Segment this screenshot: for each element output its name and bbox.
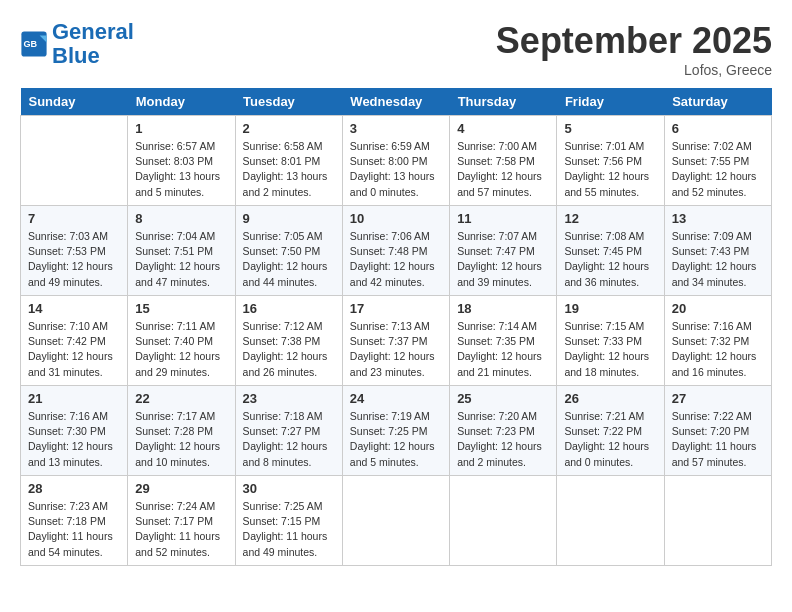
day-number: 22	[135, 391, 227, 406]
day-number: 20	[672, 301, 764, 316]
logo-icon: GB	[20, 30, 48, 58]
calendar-cell: 28Sunrise: 7:23 AMSunset: 7:18 PMDayligh…	[21, 476, 128, 566]
calendar-cell: 16Sunrise: 7:12 AMSunset: 7:38 PMDayligh…	[235, 296, 342, 386]
calendar-cell: 3Sunrise: 6:59 AMSunset: 8:00 PMDaylight…	[342, 116, 449, 206]
day-info: Sunrise: 7:22 AMSunset: 7:20 PMDaylight:…	[672, 409, 764, 470]
calendar-cell: 19Sunrise: 7:15 AMSunset: 7:33 PMDayligh…	[557, 296, 664, 386]
day-info: Sunrise: 7:11 AMSunset: 7:40 PMDaylight:…	[135, 319, 227, 380]
day-number: 21	[28, 391, 120, 406]
day-info: Sunrise: 7:25 AMSunset: 7:15 PMDaylight:…	[243, 499, 335, 560]
col-tuesday: Tuesday	[235, 88, 342, 116]
day-number: 11	[457, 211, 549, 226]
calendar-cell: 30Sunrise: 7:25 AMSunset: 7:15 PMDayligh…	[235, 476, 342, 566]
day-info: Sunrise: 6:57 AMSunset: 8:03 PMDaylight:…	[135, 139, 227, 200]
calendar-week-1: 1Sunrise: 6:57 AMSunset: 8:03 PMDaylight…	[21, 116, 772, 206]
day-number: 29	[135, 481, 227, 496]
calendar-cell: 13Sunrise: 7:09 AMSunset: 7:43 PMDayligh…	[664, 206, 771, 296]
day-number: 15	[135, 301, 227, 316]
day-number: 26	[564, 391, 656, 406]
calendar-cell	[557, 476, 664, 566]
calendar-week-2: 7Sunrise: 7:03 AMSunset: 7:53 PMDaylight…	[21, 206, 772, 296]
calendar-week-5: 28Sunrise: 7:23 AMSunset: 7:18 PMDayligh…	[21, 476, 772, 566]
calendar-cell: 11Sunrise: 7:07 AMSunset: 7:47 PMDayligh…	[450, 206, 557, 296]
day-info: Sunrise: 7:18 AMSunset: 7:27 PMDaylight:…	[243, 409, 335, 470]
day-info: Sunrise: 7:19 AMSunset: 7:25 PMDaylight:…	[350, 409, 442, 470]
day-number: 14	[28, 301, 120, 316]
day-info: Sunrise: 7:12 AMSunset: 7:38 PMDaylight:…	[243, 319, 335, 380]
day-number: 3	[350, 121, 442, 136]
calendar-cell: 12Sunrise: 7:08 AMSunset: 7:45 PMDayligh…	[557, 206, 664, 296]
calendar-cell: 9Sunrise: 7:05 AMSunset: 7:50 PMDaylight…	[235, 206, 342, 296]
day-info: Sunrise: 7:20 AMSunset: 7:23 PMDaylight:…	[457, 409, 549, 470]
day-number: 12	[564, 211, 656, 226]
day-number: 9	[243, 211, 335, 226]
day-number: 17	[350, 301, 442, 316]
day-info: Sunrise: 7:13 AMSunset: 7:37 PMDaylight:…	[350, 319, 442, 380]
day-info: Sunrise: 7:01 AMSunset: 7:56 PMDaylight:…	[564, 139, 656, 200]
calendar-cell: 14Sunrise: 7:10 AMSunset: 7:42 PMDayligh…	[21, 296, 128, 386]
day-number: 8	[135, 211, 227, 226]
day-number: 16	[243, 301, 335, 316]
page-header: GB General Blue September 2025 Lofos, Gr…	[20, 20, 772, 78]
calendar-cell	[21, 116, 128, 206]
day-number: 24	[350, 391, 442, 406]
calendar-cell: 22Sunrise: 7:17 AMSunset: 7:28 PMDayligh…	[128, 386, 235, 476]
calendar-cell: 10Sunrise: 7:06 AMSunset: 7:48 PMDayligh…	[342, 206, 449, 296]
calendar-cell: 17Sunrise: 7:13 AMSunset: 7:37 PMDayligh…	[342, 296, 449, 386]
calendar-cell: 27Sunrise: 7:22 AMSunset: 7:20 PMDayligh…	[664, 386, 771, 476]
calendar-cell: 24Sunrise: 7:19 AMSunset: 7:25 PMDayligh…	[342, 386, 449, 476]
day-info: Sunrise: 7:00 AMSunset: 7:58 PMDaylight:…	[457, 139, 549, 200]
title-block: September 2025 Lofos, Greece	[496, 20, 772, 78]
logo: GB General Blue	[20, 20, 134, 68]
day-info: Sunrise: 7:14 AMSunset: 7:35 PMDaylight:…	[457, 319, 549, 380]
day-number: 10	[350, 211, 442, 226]
col-thursday: Thursday	[450, 88, 557, 116]
day-info: Sunrise: 7:16 AMSunset: 7:30 PMDaylight:…	[28, 409, 120, 470]
col-friday: Friday	[557, 88, 664, 116]
day-number: 7	[28, 211, 120, 226]
location: Lofos, Greece	[496, 62, 772, 78]
day-info: Sunrise: 6:58 AMSunset: 8:01 PMDaylight:…	[243, 139, 335, 200]
day-info: Sunrise: 7:21 AMSunset: 7:22 PMDaylight:…	[564, 409, 656, 470]
logo-general: General	[52, 19, 134, 44]
day-number: 6	[672, 121, 764, 136]
calendar-cell: 6Sunrise: 7:02 AMSunset: 7:55 PMDaylight…	[664, 116, 771, 206]
calendar-cell: 20Sunrise: 7:16 AMSunset: 7:32 PMDayligh…	[664, 296, 771, 386]
calendar-week-3: 14Sunrise: 7:10 AMSunset: 7:42 PMDayligh…	[21, 296, 772, 386]
calendar-cell: 1Sunrise: 6:57 AMSunset: 8:03 PMDaylight…	[128, 116, 235, 206]
logo-blue: Blue	[52, 43, 100, 68]
calendar-cell: 25Sunrise: 7:20 AMSunset: 7:23 PMDayligh…	[450, 386, 557, 476]
calendar-cell: 15Sunrise: 7:11 AMSunset: 7:40 PMDayligh…	[128, 296, 235, 386]
day-number: 5	[564, 121, 656, 136]
calendar-table: Sunday Monday Tuesday Wednesday Thursday…	[20, 88, 772, 566]
day-number: 2	[243, 121, 335, 136]
day-info: Sunrise: 7:02 AMSunset: 7:55 PMDaylight:…	[672, 139, 764, 200]
day-info: Sunrise: 7:04 AMSunset: 7:51 PMDaylight:…	[135, 229, 227, 290]
calendar-cell: 29Sunrise: 7:24 AMSunset: 7:17 PMDayligh…	[128, 476, 235, 566]
day-number: 30	[243, 481, 335, 496]
day-info: Sunrise: 7:10 AMSunset: 7:42 PMDaylight:…	[28, 319, 120, 380]
day-info: Sunrise: 7:15 AMSunset: 7:33 PMDaylight:…	[564, 319, 656, 380]
calendar-cell: 5Sunrise: 7:01 AMSunset: 7:56 PMDaylight…	[557, 116, 664, 206]
calendar-cell: 23Sunrise: 7:18 AMSunset: 7:27 PMDayligh…	[235, 386, 342, 476]
day-number: 27	[672, 391, 764, 406]
day-number: 25	[457, 391, 549, 406]
calendar-cell: 21Sunrise: 7:16 AMSunset: 7:30 PMDayligh…	[21, 386, 128, 476]
calendar-cell	[342, 476, 449, 566]
day-info: Sunrise: 6:59 AMSunset: 8:00 PMDaylight:…	[350, 139, 442, 200]
calendar-cell	[450, 476, 557, 566]
day-number: 28	[28, 481, 120, 496]
header-row: Sunday Monday Tuesday Wednesday Thursday…	[21, 88, 772, 116]
day-number: 18	[457, 301, 549, 316]
day-info: Sunrise: 7:05 AMSunset: 7:50 PMDaylight:…	[243, 229, 335, 290]
calendar-cell: 26Sunrise: 7:21 AMSunset: 7:22 PMDayligh…	[557, 386, 664, 476]
calendar-cell: 4Sunrise: 7:00 AMSunset: 7:58 PMDaylight…	[450, 116, 557, 206]
col-wednesday: Wednesday	[342, 88, 449, 116]
svg-text:GB: GB	[24, 39, 38, 49]
day-number: 13	[672, 211, 764, 226]
calendar-week-4: 21Sunrise: 7:16 AMSunset: 7:30 PMDayligh…	[21, 386, 772, 476]
day-number: 19	[564, 301, 656, 316]
calendar-cell: 7Sunrise: 7:03 AMSunset: 7:53 PMDaylight…	[21, 206, 128, 296]
calendar-cell: 8Sunrise: 7:04 AMSunset: 7:51 PMDaylight…	[128, 206, 235, 296]
day-number: 23	[243, 391, 335, 406]
